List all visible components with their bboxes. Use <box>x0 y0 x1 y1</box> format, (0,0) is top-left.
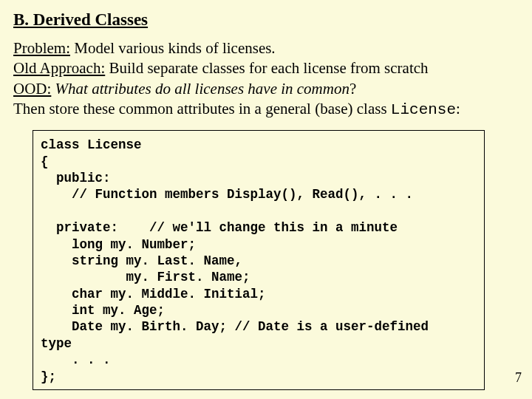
old-approach-label: Old Approach: <box>13 59 105 77</box>
section-heading: B. Derived Classes <box>13 10 519 30</box>
ood-question: What attributes do all licenses have in … <box>51 80 349 98</box>
page-number: 7 <box>515 370 522 386</box>
license-classname: License <box>391 101 456 118</box>
then-store-line: Then store these common attributes in a … <box>13 99 519 120</box>
old-approach-text: Build separate classes for each license … <box>105 59 428 77</box>
ood-label: OOD: <box>13 80 51 98</box>
slide: B. Derived Classes Problem: Model variou… <box>0 0 532 399</box>
old-approach-line: Old Approach: Build separate classes for… <box>13 58 519 78</box>
then-store-b: : <box>456 100 460 117</box>
ood-line: OOD: What attributes do all licenses hav… <box>13 79 519 99</box>
problem-line: Problem: Model various kinds of licenses… <box>13 38 519 58</box>
code-box: class License { public: // Function memb… <box>33 130 485 390</box>
problem-label: Problem: <box>13 39 70 57</box>
code-listing: class License { public: // Function memb… <box>41 137 477 385</box>
problem-text: Model various kinds of licenses. <box>70 39 276 57</box>
then-store-a: Then store these common attributes in a … <box>13 100 391 117</box>
ood-qmark: ? <box>349 80 356 98</box>
